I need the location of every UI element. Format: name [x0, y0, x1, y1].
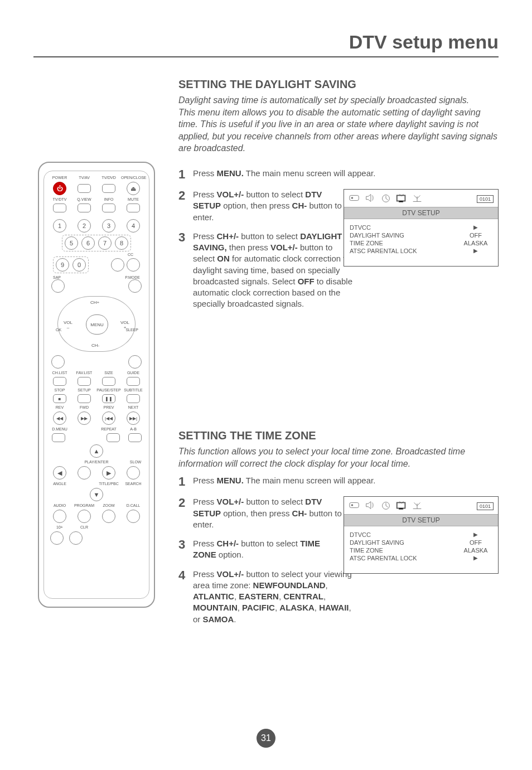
sound-icon — [364, 500, 376, 512]
dcall-button[interactable] — [127, 510, 140, 523]
blank-btn-a[interactable] — [111, 258, 124, 272]
ok-button[interactable] — [51, 355, 65, 369]
slow-button[interactable] — [127, 466, 140, 480]
subtitle-button[interactable] — [127, 394, 140, 403]
antenna-icon — [411, 500, 423, 512]
num-9[interactable]: 9 — [56, 258, 69, 272]
lbl-setup: SETUP — [72, 388, 96, 392]
dash-row-5-8: 5 6 7 8 — [62, 235, 131, 251]
timezone-step-4: 4 Press VOL+/- button to select your vie… — [178, 569, 499, 625]
setup-button[interactable] — [78, 394, 91, 403]
osd-badge: 0101 — [477, 195, 494, 203]
mute-button[interactable] — [127, 204, 140, 212]
v: ▶ — [459, 555, 492, 561]
num-3[interactable]: 3 — [102, 219, 115, 233]
t: MENU. — [217, 168, 244, 178]
arrow-up[interactable]: ▲ — [90, 444, 103, 458]
num-5[interactable]: 5 — [65, 236, 78, 250]
blank-btn-b[interactable] — [127, 258, 140, 272]
program-button[interactable] — [78, 510, 91, 523]
v: ALASKA — [459, 547, 492, 554]
step-text: Press MENU. The main menu screen will ap… — [193, 475, 375, 486]
t: . — [234, 614, 236, 624]
t: option. — [216, 550, 244, 559]
qview-button[interactable] — [78, 204, 91, 212]
repeat-button[interactable] — [107, 433, 120, 442]
t: then press — [227, 243, 270, 252]
num-8[interactable]: 8 — [115, 236, 128, 250]
num-2[interactable]: 2 — [78, 219, 91, 233]
t: Press — [193, 539, 217, 548]
sap-button[interactable] — [51, 279, 65, 293]
num-6[interactable]: 6 — [81, 236, 95, 250]
lbl-power: POWER — [47, 176, 72, 180]
timezone-intro: This function allows you to select your … — [178, 445, 499, 469]
stop-button[interactable]: ■ — [53, 394, 66, 403]
clr-button[interactable] — [69, 531, 83, 545]
tenplus-button[interactable] — [50, 531, 64, 545]
lbl-search: SEARCH — [121, 482, 146, 486]
t: The main menu screen will appear. — [244, 168, 376, 178]
fwd-button[interactable]: ▶▶ — [78, 411, 91, 425]
ab-button[interactable] — [128, 433, 142, 442]
lbl-ab: A-B — [121, 427, 146, 431]
k: DTVCC — [350, 531, 371, 538]
prev-button[interactable]: |◀◀ — [102, 411, 115, 425]
pmode-button[interactable] — [128, 279, 142, 293]
ch-down[interactable]: CH- — [91, 343, 99, 348]
t: , — [326, 580, 328, 590]
step-num: 2 — [178, 189, 193, 202]
num-1[interactable]: 1 — [53, 219, 66, 233]
lbl-prev: PREV — [96, 405, 121, 409]
step-text: Press VOL+/- button to select DTV SETUP … — [193, 496, 344, 530]
step-num: 3 — [178, 538, 193, 551]
t: PACIFIC — [242, 603, 275, 612]
rev-button[interactable]: ◀◀ — [53, 411, 66, 425]
step-text: Press VOL+/- button to select your viewi… — [193, 569, 355, 625]
osd-dtv-setup-1: 0101 DTV SETUP DTVCC▶ DAYLIGHT SAVINGOFF… — [344, 189, 499, 267]
eject-button[interactable]: ⏏ — [127, 182, 140, 195]
timer-icon — [380, 193, 392, 205]
lbl-favlist: FAV.LIST — [72, 371, 96, 375]
lbl-info: INFO — [96, 197, 121, 201]
audio-button[interactable] — [53, 510, 66, 523]
zoom-button[interactable] — [102, 510, 115, 523]
k: ATSC PARENTAL LOCK — [350, 555, 417, 561]
info-button[interactable] — [102, 204, 115, 212]
v: OFF — [459, 232, 492, 239]
t: Press — [193, 168, 217, 178]
t: HAWAII — [319, 603, 349, 612]
sleep-button[interactable] — [128, 355, 142, 369]
num-7[interactable]: 7 — [98, 236, 112, 250]
arrow-right[interactable]: ▶ — [102, 466, 115, 480]
dmenu-button[interactable] — [52, 433, 65, 442]
cc-label: CC — [47, 253, 133, 256]
osd-title: DTV SETUP — [344, 514, 498, 526]
osd-row: ATSC PARENTAL LOCK▶ — [350, 247, 492, 255]
lbl-next: NEXT — [121, 405, 146, 409]
osd-dtv-setup-2: 0101 DTV SETUP DTVCC▶ DAYLIGHT SAVINGOFF… — [344, 496, 499, 574]
power-button[interactable]: ⏻ — [53, 182, 66, 195]
play-enter-button[interactable] — [78, 466, 91, 480]
size-button[interactable] — [102, 377, 115, 386]
tvav-button[interactable] — [78, 184, 91, 193]
svg-point-5 — [351, 505, 354, 507]
pause-button[interactable]: ❚❚ — [102, 394, 115, 403]
arrow-left[interactable]: ◀ — [53, 466, 66, 480]
guide-button[interactable] — [127, 377, 140, 386]
ch-up[interactable]: CH+ — [90, 300, 99, 305]
tvdvd-button[interactable] — [102, 184, 115, 193]
t: Press — [193, 569, 217, 579]
lbl-fwd: FWD — [72, 405, 96, 409]
sound-icon — [364, 193, 376, 205]
favlist-button[interactable] — [78, 377, 91, 386]
t: CH+/- — [217, 231, 239, 241]
chlist-button[interactable] — [53, 377, 66, 386]
tvdtv-button[interactable] — [53, 204, 66, 212]
arrow-down[interactable]: ▼ — [90, 488, 103, 501]
num-4[interactable]: 4 — [127, 219, 140, 233]
num-0[interactable]: 0 — [72, 258, 86, 272]
menu-button[interactable]: MENU — [86, 314, 108, 335]
vol-down[interactable]: VOL – — [64, 320, 72, 330]
next-button[interactable]: ▶▶| — [127, 411, 140, 425]
